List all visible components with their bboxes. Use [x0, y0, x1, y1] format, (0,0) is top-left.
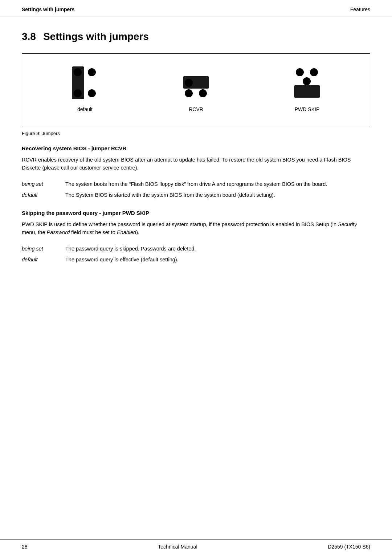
- figure-box: default RC: [22, 53, 370, 127]
- section-heading: 3.8Settings with jumpers: [22, 31, 370, 42]
- dot-tl-pwd: [296, 68, 304, 76]
- jumper-item-rcvr: RCVR: [181, 65, 211, 112]
- section-title: Settings with jumpers: [43, 31, 149, 42]
- jumper-rcvr-diagram: [181, 65, 211, 101]
- subsection2-italic1: Security: [338, 221, 357, 227]
- jumper-label-rcvr: RCVR: [189, 106, 203, 112]
- def-def-1-1: The System BIOS is started with the syst…: [65, 190, 370, 200]
- subsection2-close: ).: [136, 229, 139, 235]
- jumper-diagrams: default RC: [29, 65, 363, 112]
- page-header: Settings with jumpers Features: [0, 0, 392, 16]
- page-container: Settings with jumpers Features 3.8Settin…: [0, 0, 392, 554]
- jumper-item-default: default: [70, 65, 99, 112]
- subsection1-para: RCVR enables recovery of the old system …: [22, 156, 370, 172]
- def-row-2-1: default The password query is effective …: [22, 254, 370, 265]
- dot-bl-rcvr: [185, 89, 193, 97]
- dot-tr-pwd: [310, 68, 318, 76]
- def-term-2-1: default: [22, 254, 65, 265]
- main-content: 3.8Settings with jumpers: [0, 16, 392, 539]
- def-row-1-1: default The System BIOS is started with …: [22, 190, 370, 200]
- def-term-2-0: being set: [22, 243, 65, 254]
- def-term-1-1: default: [22, 190, 65, 200]
- def-def-2-1: The password query is effective (default…: [65, 254, 370, 265]
- jumper-default-diagram: [70, 65, 99, 101]
- subsection2-heading: Skipping the password query - jumper PWD…: [22, 210, 370, 216]
- jumper-cap-pwdskip: [294, 85, 320, 98]
- header-right: Features: [350, 7, 370, 12]
- subsection2-para-end: field must be set to: [71, 229, 115, 235]
- jumper-pwdskip-diagram: [293, 65, 322, 101]
- def-row-1-0: being set The system boots from the “Fla…: [22, 179, 370, 190]
- dot-br-rcvr: [199, 89, 207, 97]
- def-table-2: being set The password query is skipped.…: [22, 243, 370, 265]
- header-left: Settings with jumpers: [22, 7, 74, 12]
- def-term-1-0: being set: [22, 179, 65, 190]
- page-footer: 28 Technical Manual D2559 (TX150 S6): [0, 539, 392, 554]
- subsection2-italic2: Password: [47, 229, 70, 235]
- jumper-label-pwdskip: PWD SKIP: [295, 106, 319, 112]
- dot-tl: [74, 68, 82, 76]
- dot-tr: [88, 68, 96, 76]
- dot-mid-pwd: [303, 77, 311, 85]
- subsection2-para-mid: menu, the: [22, 229, 45, 235]
- dot-br: [88, 89, 96, 97]
- subsection2-italic3: Enabled: [117, 229, 136, 235]
- dot-bl: [74, 89, 82, 97]
- jumper-label-default: default: [77, 106, 93, 112]
- dot-ml: [185, 79, 193, 87]
- def-def-1-0: The system boots from the “Flash BIOS fl…: [65, 179, 370, 190]
- jumper-item-pwdskip: PWD SKIP: [293, 65, 322, 112]
- subsection2-para: PWD SKIP is used to define whether the p…: [22, 220, 370, 237]
- footer-page-number: 28: [22, 544, 28, 550]
- subsection1-heading: Recovering system BIOS - jumper RCVR: [22, 145, 370, 151]
- footer-right: D2559 (TX150 S6): [328, 544, 370, 550]
- def-def-2-0: The password query is skipped. Passwords…: [65, 243, 370, 254]
- footer-center: Technical Manual: [158, 544, 197, 550]
- figure-caption: Figure 9: Jumpers: [22, 131, 370, 136]
- section-number: 3.8: [22, 31, 36, 42]
- def-row-2-0: being set The password query is skipped.…: [22, 243, 370, 254]
- def-table-1: being set The system boots from the “Fla…: [22, 179, 370, 201]
- subsection2-para1: PWD SKIP is used to define whether the p…: [22, 221, 336, 227]
